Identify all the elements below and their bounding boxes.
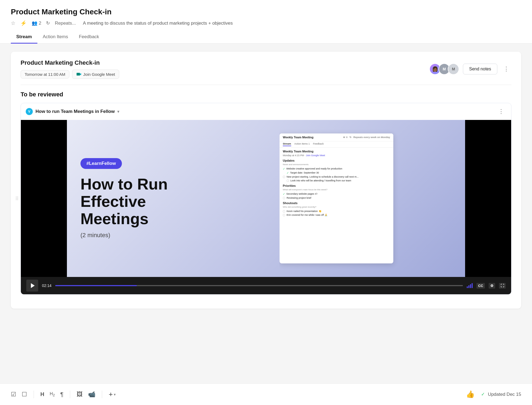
avatar-3: M xyxy=(448,63,459,75)
cc-button[interactable]: CC xyxy=(476,283,485,289)
bottom-toolbar: ☑ ☐ H H2 ¶ 🖼 📹 + ▾ 👍 ✓ Updated Dec 15 xyxy=(0,383,532,405)
app-item: ✓ Secondary website pages 🏷 xyxy=(283,192,390,195)
toolbar-divider-3 xyxy=(102,391,102,398)
app-item: Erin covered for me while I was off 🙏 xyxy=(283,214,390,216)
checkbox-icon[interactable]: ☐ xyxy=(22,391,27,398)
toolbar-left: ☑ ☐ H H2 ¶ 🖼 📹 + ▾ xyxy=(11,390,116,399)
app-item: Reviewing project brief xyxy=(283,197,390,199)
app-item: Look into who will be attending / travel… xyxy=(287,179,390,182)
app-nav-stream: Stream xyxy=(283,142,291,146)
send-notes-button[interactable]: Send notes xyxy=(463,64,497,74)
repeat-icon: ↻ xyxy=(46,20,50,26)
meeting-card-left: Product Marketing Check-in Tomorrow at 1… xyxy=(21,59,119,79)
top-header: Product Marketing Check-in ☆ ⚡ 👥 2 ↻ Rep… xyxy=(0,0,532,44)
check-icon: ✓ xyxy=(287,171,289,174)
empty-circle-icon xyxy=(283,197,285,199)
more-options-icon[interactable]: ⋮ xyxy=(501,64,511,74)
app-section-priorities-sub: What will everyone's main focus be this … xyxy=(283,188,390,191)
vol-bar-4 xyxy=(472,283,473,288)
settings-button[interactable]: ⚙ xyxy=(489,283,495,289)
to-be-reviewed-section: To be reviewed ⠿ V How to run Team Meeti… xyxy=(21,91,511,295)
drag-handle-icon[interactable]: ⠿ xyxy=(15,196,19,202)
video-letterbox-left xyxy=(21,120,67,277)
plus-icon: + xyxy=(109,390,113,399)
app-item-text: Erin covered for me while I was off 🙏 xyxy=(287,214,327,216)
heading1-icon[interactable]: H xyxy=(40,391,44,397)
video-duration: (2 minutes) xyxy=(80,232,266,239)
volume-icon xyxy=(467,283,473,288)
app-item: ✓ Website creative approved and ready fo… xyxy=(283,167,390,170)
app-item-text: Look into who will be attending / travel… xyxy=(290,179,351,182)
meeting-card-badges: Tomorrow at 11:00 AM Join Google Meet xyxy=(21,70,119,79)
progress-fill xyxy=(55,285,137,286)
app-item-text: Kevin nailed his presentation 👏 xyxy=(287,210,322,213)
thumbs-up-icon[interactable]: 👍 xyxy=(466,390,475,399)
updated-text: ✓ Updated Dec 15 xyxy=(481,391,521,397)
time-badge-text: Tomorrow at 11:00 AM xyxy=(25,72,65,77)
app-repeat-text: Repeats every week on Monday xyxy=(353,136,390,139)
tab-action-items[interactable]: Action Items xyxy=(37,31,74,44)
vol-bar-3 xyxy=(470,284,471,288)
app-section-shoutouts-sub: Who did something great recently? xyxy=(283,206,390,208)
app-screenshot: Weekly Team Meeting ★ ☆ ↻ Repeats every … xyxy=(280,133,393,263)
hashtag-badge: #LearnFellow xyxy=(80,158,122,169)
fullscreen-button[interactable]: ⛶ xyxy=(499,283,506,289)
lightning-icon[interactable]: ⚡ xyxy=(20,20,27,26)
toolbar-divider-2 xyxy=(70,391,70,398)
app-repeat: ↻ xyxy=(349,136,352,139)
progress-bar[interactable] xyxy=(55,285,463,286)
time-badge: Tomorrow at 11:00 AM xyxy=(21,70,69,79)
video-player[interactable]: #LearnFellow How to Run Effective Meetin… xyxy=(21,120,511,277)
video-main-content: #LearnFellow How to Run Effective Meetin… xyxy=(67,120,465,277)
chevron-down-small-icon: ▾ xyxy=(114,392,116,397)
time-code: 02:14 xyxy=(42,283,51,288)
video-card: V How to run Team Meetings in Fellow ▾ ⋮ xyxy=(21,103,511,295)
avatar-group: 👩🏾 M M xyxy=(429,63,459,75)
video-icon[interactable]: 📹 xyxy=(88,391,95,398)
app-section-updates: Updates xyxy=(283,159,390,162)
app-item-text: Secondary website pages 🏷 xyxy=(286,192,317,195)
meeting-meta: ☆ ⚡ 👥 2 ↻ Repeats... A meeting to discus… xyxy=(11,20,521,31)
video-app-side: Weekly Team Meeting ★ ☆ ↻ Repeats every … xyxy=(280,120,465,277)
heading2-icon[interactable]: H2 xyxy=(50,391,55,397)
join-meet-label: Join Google Meet xyxy=(83,72,115,77)
paragraph-icon[interactable]: ¶ xyxy=(60,391,63,398)
play-button[interactable] xyxy=(26,280,38,292)
chevron-down-icon[interactable]: ▾ xyxy=(117,109,119,114)
tab-bar: Stream Action Items Feedback xyxy=(11,31,521,43)
meeting-card-title: Product Marketing Check-in xyxy=(21,59,119,66)
empty-circle-icon xyxy=(283,214,285,216)
section-title: To be reviewed xyxy=(21,91,511,98)
image-icon[interactable]: 🖼 xyxy=(77,391,83,398)
meeting-card-header: Product Marketing Check-in Tomorrow at 1… xyxy=(21,59,511,79)
meeting-card-right: 👩🏾 M M Send notes ⋮ xyxy=(429,63,511,75)
video-controls: 02:14 CC ⚙ ⛶ xyxy=(21,277,511,294)
join-meet-badge[interactable]: Join Google Meet xyxy=(72,70,119,79)
add-button[interactable]: + ▾ xyxy=(109,390,116,399)
toolbar-right: 👍 ✓ Updated Dec 15 xyxy=(466,390,521,399)
app-item-text: Website creative approved and ready for … xyxy=(286,167,342,170)
circle-check-icon[interactable]: ☑ xyxy=(11,391,16,398)
video-card-header: V How to run Team Meetings in Fellow ▾ ⋮ xyxy=(21,103,511,120)
attendee-count: 👥 2 xyxy=(32,20,41,26)
vol-bar-1 xyxy=(467,286,468,288)
video-title-text: How to run Team Meetings in Fellow xyxy=(35,109,115,114)
app-item: ✓ Target date: September 30 xyxy=(287,171,390,174)
card-divider xyxy=(21,85,511,85)
star-icon[interactable]: ☆ xyxy=(11,20,15,26)
video-more-options-icon[interactable]: ⋮ xyxy=(496,107,506,116)
tab-stream[interactable]: Stream xyxy=(11,31,37,44)
empty-circle-icon xyxy=(283,210,285,213)
vimeo-icon: V xyxy=(26,108,33,115)
tab-feedback[interactable]: Feedback xyxy=(73,31,105,44)
play-triangle-icon xyxy=(31,283,35,288)
app-screenshot-header: Weekly Team Meeting ★ ☆ ↻ Repeats every … xyxy=(280,133,393,141)
app-meeting-title-header: Weekly Team Meeting xyxy=(283,136,313,139)
app-item-text: Reviewing project brief xyxy=(287,197,311,199)
app-item-text: New project starting. Looking to schedul… xyxy=(287,175,359,178)
app-screenshot-meeting-title: Weekly Team Meeting xyxy=(283,150,390,153)
video-letterbox-right xyxy=(465,120,511,277)
checkmark-icon: ✓ xyxy=(481,392,485,397)
vol-bar-2 xyxy=(468,285,469,288)
app-screenshot-meeting-meta: Monday at 4:15 PM · Join Google Meet xyxy=(283,154,390,157)
